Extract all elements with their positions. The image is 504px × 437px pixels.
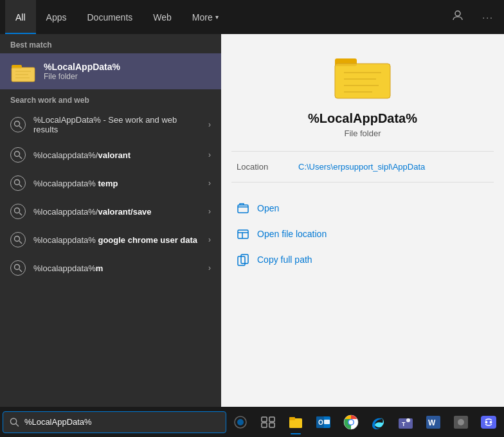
app-placeholder-button[interactable] [447, 408, 474, 436]
search-result-3[interactable]: %localappdata% temp › [0, 169, 221, 197]
svg-rect-38 [262, 423, 267, 427]
main-area: Best match %LocalAppData% File folder Se… [0, 34, 504, 407]
outlook-icon: O [315, 414, 332, 431]
svg-rect-49 [399, 418, 413, 429]
svg-point-14 [15, 208, 20, 213]
tab-apps[interactable]: Apps [36, 0, 77, 34]
svg-point-57 [485, 421, 487, 424]
action-copy-full-path[interactable]: Copy full path [231, 247, 494, 272]
svg-rect-22 [335, 64, 390, 98]
svg-line-15 [19, 213, 22, 215]
best-match-item[interactable]: %LocalAppData% File folder [0, 53, 221, 89]
action-open-file-location-label: Open file location [257, 229, 327, 239]
chevron-icon-2: › [208, 150, 211, 159]
svg-line-9 [19, 126, 22, 129]
taskbar-search-icon [10, 417, 19, 427]
search-web-label: Search work and web [0, 89, 221, 109]
teams-button[interactable]: T [393, 408, 419, 436]
location-path-link[interactable]: C:\Users\erpsupport_sipl\AppData [298, 162, 425, 172]
svg-point-8 [15, 121, 20, 127]
svg-point-10 [15, 152, 20, 157]
svg-point-32 [10, 418, 16, 424]
edge-button[interactable] [365, 408, 392, 436]
svg-point-55 [458, 419, 464, 425]
svg-rect-28 [238, 205, 248, 213]
svg-line-17 [19, 241, 22, 244]
unknown-app-icon [453, 414, 469, 431]
cortana-button[interactable] [228, 408, 254, 436]
search-result-text-2: %localappdata%/valorant [33, 150, 201, 160]
open-file-location-icon [237, 227, 249, 240]
task-view-icon [261, 416, 275, 428]
best-match-label: Best match [0, 34, 221, 53]
left-panel: Best match %LocalAppData% File folder Se… [0, 34, 221, 407]
top-nav: All Apps Documents Web More ▾ ··· [0, 0, 504, 34]
task-view-button[interactable] [255, 408, 282, 436]
search-result-5[interactable]: %localappdata% google chrome user data › [0, 226, 221, 254]
chevron-icon-5: › [208, 235, 211, 244]
tab-web[interactable]: Web [143, 0, 182, 34]
svg-point-35 [237, 419, 244, 425]
search-result-6[interactable]: %localappdata%m › [0, 254, 221, 282]
tab-all[interactable]: All [5, 0, 36, 34]
divider-top [231, 151, 494, 152]
search-result-icon-1 [10, 117, 26, 132]
search-result-2[interactable]: %localappdata%/valorant › [0, 141, 221, 169]
nav-right-icons: ··· [446, 6, 499, 28]
svg-rect-36 [262, 417, 267, 422]
best-match-text: %LocalAppData% File folder [44, 62, 120, 81]
person-icon [451, 9, 464, 22]
taskbar: O T W [0, 407, 504, 437]
action-open-label: Open [257, 203, 279, 213]
svg-rect-37 [269, 417, 274, 422]
action-open-file-location[interactable]: Open file location [231, 221, 494, 247]
best-match-subtitle: File folder [44, 72, 120, 81]
magnifier-icon [14, 120, 22, 129]
action-open[interactable]: Open [231, 195, 494, 221]
word-icon: W [425, 414, 442, 431]
tab-documents[interactable]: Documents [76, 0, 143, 34]
location-label: Location [237, 162, 288, 172]
search-result-icon-4 [10, 204, 26, 219]
svg-point-0 [455, 11, 460, 16]
search-result-text-4: %localappdata%/valorant/save [33, 207, 201, 217]
search-result-4[interactable]: %localappdata%/valorant/save › [0, 197, 221, 226]
magnifier-icon-6 [14, 263, 22, 272]
chevron-icon-3: › [208, 179, 211, 188]
search-result-text-6: %localappdata%m [33, 263, 201, 273]
ellipsis-icon-button[interactable]: ··· [477, 10, 499, 25]
word-button[interactable]: W [420, 408, 447, 436]
taskbar-search-input[interactable] [24, 417, 219, 427]
discord-button[interactable] [475, 408, 501, 436]
edge-icon [370, 414, 386, 431]
svg-text:T: T [402, 421, 406, 427]
right-panel: %LocalAppData% File folder Location C:\U… [221, 34, 504, 407]
right-panel-subtitle: File folder [344, 129, 381, 138]
magnifier-icon-2 [14, 150, 22, 159]
svg-line-33 [16, 424, 19, 426]
svg-point-58 [489, 421, 492, 424]
taskbar-search-box[interactable] [3, 411, 226, 433]
divider-bottom [231, 182, 494, 183]
svg-line-11 [19, 156, 22, 159]
open-icon [237, 202, 249, 215]
nav-tabs: All Apps Documents Web More ▾ [5, 0, 229, 34]
chevron-icon-6: › [208, 263, 211, 272]
svg-point-12 [15, 180, 20, 185]
outlook-button[interactable]: O [310, 408, 336, 436]
teams-icon: T [397, 414, 414, 431]
svg-text:W: W [428, 418, 436, 427]
tab-more[interactable]: More ▾ [182, 0, 229, 34]
svg-rect-41 [289, 417, 295, 420]
chrome-button[interactable] [338, 408, 364, 436]
feedback-icon-button[interactable] [446, 6, 469, 28]
search-result-icon-6 [10, 260, 26, 276]
search-result-icon-5 [10, 232, 26, 247]
magnifier-icon-4 [14, 207, 22, 216]
file-explorer-button[interactable] [283, 408, 309, 436]
svg-rect-39 [269, 423, 274, 427]
action-copy-full-path-label: Copy full path [257, 254, 312, 265]
svg-rect-29 [238, 230, 248, 238]
search-result-1[interactable]: %LocalAppData% - See work and web result… [0, 109, 221, 141]
search-result-icon-3 [10, 175, 26, 191]
